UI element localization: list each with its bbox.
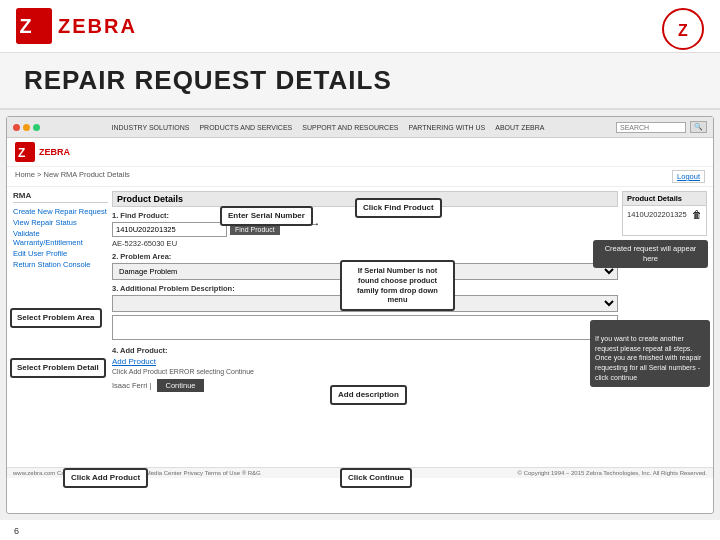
section2-label: 2. Problem Area: (112, 252, 618, 261)
slide-number: 6 (14, 526, 19, 536)
zebra-logo-icon: Z (16, 8, 52, 44)
right-panel-title: Product Details (622, 191, 707, 206)
serial-input[interactable] (112, 222, 227, 237)
site-logo-text: ZEBRA (39, 147, 70, 157)
zebra-logo-text: ZEBRA (58, 15, 137, 38)
product-serial-value: 1410U202201325 (627, 210, 687, 219)
breadcrumb-text: Home > New RMA Product Details (15, 170, 130, 183)
browser-nav: INDUSTRY SOLUTIONS PRODUCTS AND SERVICES… (7, 117, 713, 138)
form-user-label: Isaac Ferri | (112, 381, 151, 390)
add-product-note: Click Add Product ERROR selecting Contin… (112, 368, 618, 375)
sidebar-link-view[interactable]: View Repair Status (13, 217, 108, 228)
sidebar-section-title: RMA (13, 191, 108, 203)
product-number-display: AE-5232-65030 EU (112, 239, 618, 248)
sidebar-link-validate[interactable]: Validate Warranty/Entitlement (13, 228, 108, 248)
form-section-1: 1. Find Product: Find Product AE-5232-65… (112, 211, 618, 248)
problem-area-select[interactable]: Damage Problem Hardware Problem Software… (112, 263, 618, 280)
page-title: REPAIR REQUEST DETAILS (24, 65, 696, 96)
top-right-zebra-logo: Z (662, 8, 704, 54)
search-input[interactable] (616, 122, 686, 133)
footer-copyright: © Copyright 1994 – 2015 Zebra Technologi… (518, 470, 707, 476)
browser-search: 🔍 (616, 121, 707, 133)
nav-industry[interactable]: INDUSTRY SOLUTIONS (111, 124, 189, 131)
nav-products[interactable]: PRODUCTS AND SERVICES (199, 124, 292, 131)
nav-partnering[interactable]: PARTNERING WITH US (408, 124, 485, 131)
svg-text:Z: Z (678, 22, 688, 39)
title-bar: REPAIR REQUEST DETAILS (0, 53, 720, 110)
svg-text:Z: Z (18, 146, 25, 160)
site-header: Z ZEBRA (7, 138, 713, 167)
form-section-2: 2. Problem Area: Damage Problem Hardware… (112, 252, 618, 280)
logout-link[interactable]: Logout (672, 170, 705, 183)
browser-nav-links: INDUSTRY SOLUTIONS PRODUCTS AND SERVICES… (46, 124, 610, 131)
section4-label: 4. Add Product: (112, 346, 618, 355)
zebra-logo-top-right-icon: Z (662, 8, 704, 50)
breadcrumb: Home > New RMA Product Details Logout (7, 167, 713, 187)
page-header: Z ZEBRA (0, 0, 720, 53)
footer-text: www.zebra.com Careers Contact Zebra Inve… (13, 470, 261, 476)
sidebar-link-create[interactable]: Create New Repair Request (13, 206, 108, 217)
left-sidebar: RMA Create New Repair Request View Repai… (13, 191, 108, 463)
continue-button[interactable]: Continue (157, 379, 203, 392)
center-form: Product Details 1. Find Product: Find Pr… (112, 191, 618, 463)
section1-label: 1. Find Product: (112, 211, 618, 220)
site-footer: www.zebra.com Careers Contact Zebra Inve… (7, 467, 713, 478)
right-panel: Product Details 1410U202201325 🗑 (622, 191, 707, 463)
content-area: RMA Create New Repair Request View Repai… (7, 187, 713, 467)
form-title: Product Details (112, 191, 618, 207)
zebra-logo: Z ZEBRA (16, 8, 137, 44)
right-panel-body: 1410U202201325 🗑 (622, 206, 707, 236)
nav-about[interactable]: ABOUT ZEBRA (495, 124, 544, 131)
site-logo: Z ZEBRA (15, 142, 70, 162)
search-button[interactable]: 🔍 (690, 121, 707, 133)
form-section-3: 3. Additional Problem Description: (112, 284, 618, 342)
description-textarea[interactable] (112, 315, 618, 340)
form-section-4: 4. Add Product: Add Product Click Add Pr… (112, 346, 618, 375)
sidebar-link-return[interactable]: Return Station Console (13, 259, 108, 270)
form-actions: Isaac Ferri | Continue (112, 379, 618, 392)
browser-mockup: INDUSTRY SOLUTIONS PRODUCTS AND SERVICES… (6, 116, 714, 514)
add-product-link[interactable]: Add Product (112, 357, 618, 366)
trash-icon[interactable]: 🗑 (692, 209, 702, 220)
main-area: INDUSTRY SOLUTIONS PRODUCTS AND SERVICES… (0, 110, 720, 520)
find-product-button[interactable]: Find Product (230, 224, 280, 235)
site-logo-icon: Z (15, 142, 35, 162)
svg-text:Z: Z (20, 15, 32, 37)
section3-label: 3. Additional Problem Description: (112, 284, 618, 293)
sidebar-link-edit[interactable]: Edit User Profile (13, 248, 108, 259)
nav-support[interactable]: SUPPORT AND RESOURCES (302, 124, 398, 131)
problem-detail-select[interactable] (112, 295, 618, 312)
